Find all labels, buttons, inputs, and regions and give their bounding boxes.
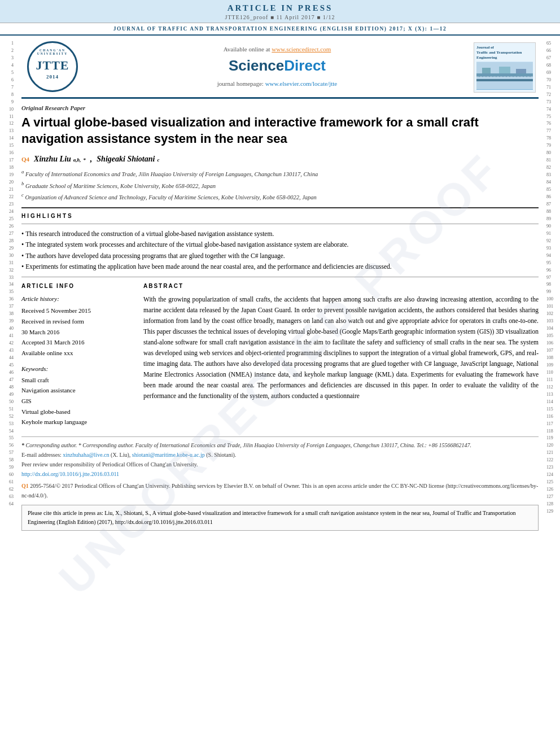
doi-link[interactable]: http://dx.doi.org/10.1016/j.jtte.2016.03… (21, 471, 119, 477)
line-number-right-95: 95 (546, 260, 560, 267)
line-number-right-99: 99 (546, 289, 560, 296)
line-number-right-121: 121 (546, 449, 560, 457)
article-history: Article history: Received 5 November 201… (21, 294, 134, 358)
peer-review-line: Peer review under responsibility of Peri… (21, 460, 539, 469)
line-number-left-33: 33 (0, 274, 14, 282)
svg-rect-4 (499, 67, 510, 73)
line-number-right-69: 69 (546, 69, 560, 77)
highlight-item-2: The integrated system work processes and… (21, 239, 539, 250)
affil-b-marker: b (21, 181, 24, 186)
line-number-left-45: 45 (0, 362, 14, 369)
line-number-right-127: 127 (546, 493, 560, 501)
svg-rect-3 (482, 68, 491, 73)
line-number-left-41: 41 (0, 333, 14, 340)
line-number-left-59: 59 (0, 464, 14, 471)
sciencedirect-url[interactable]: www.sciencedirect.com (272, 46, 331, 53)
line-number-left-55: 55 (0, 435, 14, 442)
line-number-right-86: 86 (546, 194, 560, 201)
line-number-left-56: 56 (0, 442, 14, 449)
line-number-right-106: 106 (546, 340, 560, 347)
line-number-right-85: 85 (546, 186, 560, 194)
authors-line: Q4 Xinzhu Liu a,b, * , Shigeaki Shiotani… (21, 155, 539, 164)
journal-full-title: JOURNAL OF TRAFFIC AND TRANSPORTATION EN… (113, 26, 447, 32)
line-number-left-23: 23 (0, 201, 14, 208)
line-number-left-62: 62 (0, 486, 14, 493)
line-number-left-34: 34 (0, 281, 14, 289)
line-number-right-72: 72 (546, 91, 560, 99)
line-number-right-90: 90 (546, 223, 560, 230)
affil-a-marker: a (21, 169, 24, 174)
author2-sup: c (157, 157, 159, 163)
line-number-right-119: 119 (546, 435, 560, 442)
sciencedirect-logo: ScienceDirect (229, 57, 326, 75)
line-number-left-2: 2 (0, 47, 14, 55)
email2-link[interactable]: shiotani@maritime.kobe-u.ac.jp (132, 452, 205, 458)
author-separator: , (90, 155, 93, 164)
line-number-left-27: 27 (0, 230, 14, 238)
university-logo: CHANG'AN UNIVERSITY JTTE 2014 (27, 41, 78, 92)
date-revised-label: Received in revised form (21, 316, 134, 327)
highlights-list: This research introduced the constructio… (21, 229, 539, 272)
line-number-left-12: 12 (0, 120, 14, 128)
line-number-right-128: 128 (546, 501, 560, 508)
proof-info: JTTE126_proof ■ 11 April 2017 ■ 1/12 (0, 14, 560, 20)
line-number-left-50: 50 (0, 399, 14, 406)
line-number-left-8: 8 (0, 91, 14, 99)
svg-rect-5 (516, 69, 526, 73)
line-number-right-120: 120 (546, 442, 560, 449)
line-number-right-118: 118 (546, 428, 560, 435)
line-number-left-35: 35 (0, 289, 14, 296)
line-number-left-63: 63 (0, 493, 14, 501)
homepage-link[interactable]: www.elsevier.com/locate/jtte (265, 80, 338, 87)
line-number-left-58: 58 (0, 457, 14, 464)
keyword-3: GIS (21, 396, 134, 407)
history-label: Article history: (21, 294, 134, 304)
sciencedirect-logo-text: ScienceDirect (229, 57, 326, 74)
author2-name: Shigeaki Shiotani (97, 155, 155, 164)
line-number-right-129: 129 (546, 508, 560, 516)
line-number-left-49: 49 (0, 391, 14, 399)
journal-homepage: journal homepage: www.elsevier.com/locat… (217, 80, 338, 87)
line-number-right-117: 117 (546, 421, 560, 428)
email-line: E-mail addresses: xinzhuhaha@live.cn (X.… (21, 450, 539, 460)
line-number-right-94: 94 (546, 252, 560, 260)
line-number-left-11: 11 (0, 113, 14, 121)
line-number-right-103: 103 (546, 318, 560, 325)
q1-marker: Q1 (21, 483, 29, 489)
copyright-text: 2095-7564/© 2017 Periodical Offices of C… (21, 483, 538, 499)
line-number-right-116: 116 (546, 413, 560, 421)
footnote-area: * Corresponding author. * Corresponding … (21, 436, 539, 500)
line-number-right-109: 109 (546, 362, 560, 369)
line-number-right-80: 80 (546, 150, 560, 157)
line-number-left-17: 17 (0, 157, 14, 164)
line-number-left-18: 18 (0, 164, 14, 172)
line-number-left-46: 46 (0, 369, 14, 377)
line-number-right-113: 113 (546, 391, 560, 399)
corresponding-author-text: * Corresponding author. * Corresponding … (21, 442, 471, 448)
line-number-left-53: 53 (0, 421, 14, 428)
line-number-right-79: 79 (546, 142, 560, 150)
line-number-right-67: 67 (546, 55, 560, 62)
line-number-left-15: 15 (0, 142, 14, 150)
line-number-left-21: 21 (0, 186, 14, 194)
email1-link[interactable]: xinzhuhaha@live.cn (63, 452, 109, 458)
two-column-section: ARTICLE INFO Article history: Received 5… (21, 282, 539, 427)
line-number-left-29: 29 (0, 245, 14, 252)
line-number-left-44: 44 (0, 355, 14, 362)
line-number-left-14: 14 (0, 135, 14, 142)
line-number-right-87: 87 (546, 201, 560, 208)
line-number-left-51: 51 (0, 406, 14, 413)
highlights-bottom-rule (21, 277, 539, 277)
keywords-section: Keywords: Small craft Navigation assista… (21, 364, 134, 427)
keyword-1: Small craft (21, 375, 134, 386)
line-number-left-10: 10 (0, 106, 14, 113)
line-number-left-60: 60 (0, 471, 14, 479)
line-number-right-115: 115 (546, 406, 560, 413)
line-number-left-9: 9 (0, 99, 14, 106)
highlight-item-1: This research introduced the constructio… (21, 229, 539, 239)
line-number-left-30: 30 (0, 252, 14, 260)
affil-c-marker: c (21, 192, 24, 198)
affiliations: a Faculty of International Economics and… (21, 168, 539, 202)
line-number-left-43: 43 (0, 347, 14, 355)
citation-text: Please cite this article in press as: Li… (28, 510, 516, 525)
